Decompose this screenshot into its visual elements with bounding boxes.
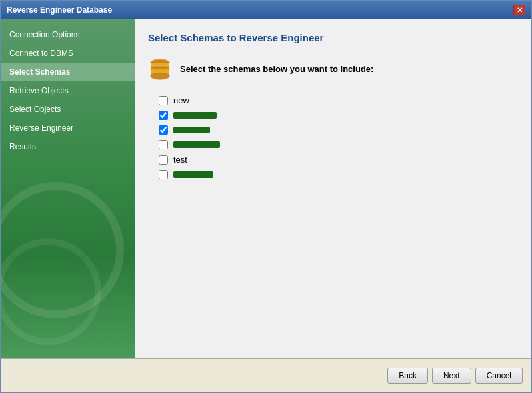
schema-checkbox-schema-6[interactable]: [159, 170, 168, 179]
sidebar-item-select-schemas[interactable]: Select Schemas: [1, 63, 135, 81]
footer: Back Next Cancel: [1, 358, 531, 392]
schema-checkbox-schema-5[interactable]: [159, 155, 168, 165]
instruction-row: Select the schemas below you want to inc…: [148, 57, 517, 81]
schema-item-schema-1: new: [159, 94, 517, 107]
schema-item-schema-3: [159, 124, 517, 136]
schema-list: newtest: [148, 94, 517, 181]
redacted-name: [173, 171, 213, 178]
main-window: Reverse Engineer Database ✕ Connection O…: [0, 0, 532, 393]
cancel-button[interactable]: Cancel: [475, 368, 523, 384]
sidebar-item-connection-options[interactable]: Connection Options: [1, 25, 135, 44]
schema-checkbox-schema-1[interactable]: [159, 96, 168, 105]
schema-label-schema-6: [173, 171, 213, 178]
schema-label-schema-5: test: [173, 155, 187, 165]
back-button[interactable]: Back: [387, 368, 428, 384]
sidebar-item-retrieve-objects[interactable]: Retrieve Objects: [1, 81, 135, 100]
content-area: Connection OptionsConnect to DBMSSelect …: [1, 19, 531, 358]
schema-label-schema-2: [173, 112, 217, 119]
schema-item-schema-4: [159, 139, 517, 151]
main-panel: Select Schemas to Reverse Engineer Selec…: [135, 19, 531, 358]
schema-checkbox-schema-2[interactable]: [159, 111, 168, 120]
next-button[interactable]: Next: [432, 368, 471, 384]
schema-label-schema-4: [173, 141, 220, 148]
sidebar: Connection OptionsConnect to DBMSSelect …: [1, 19, 135, 358]
window-title: Reverse Engineer Database: [7, 5, 112, 15]
schema-item-schema-5: test: [159, 153, 517, 166]
redacted-name: [173, 112, 217, 119]
redacted-name: [173, 141, 220, 148]
sidebar-item-reverse-engineer[interactable]: Reverse Engineer: [1, 119, 135, 137]
database-icon: [148, 57, 172, 81]
schema-item-schema-6: [159, 169, 517, 181]
schema-label-schema-1: new: [173, 95, 189, 105]
schema-item-schema-2: [159, 109, 517, 121]
close-button[interactable]: ✕: [513, 5, 525, 15]
title-bar: Reverse Engineer Database ✕: [1, 1, 531, 19]
instruction-text: Select the schemas below you want to inc…: [180, 64, 373, 74]
panel-title: Select Schemas to Reverse Engineer: [148, 32, 517, 43]
redacted-name: [173, 127, 210, 133]
sidebar-item-select-objects[interactable]: Select Objects: [1, 100, 135, 119]
sidebar-item-connect-to-dbms[interactable]: Connect to DBMS: [1, 44, 135, 63]
schema-checkbox-schema-4[interactable]: [159, 140, 168, 149]
schema-checkbox-schema-3[interactable]: [159, 125, 168, 135]
schema-label-schema-3: [173, 127, 210, 133]
sidebar-item-results[interactable]: Results: [1, 137, 135, 156]
